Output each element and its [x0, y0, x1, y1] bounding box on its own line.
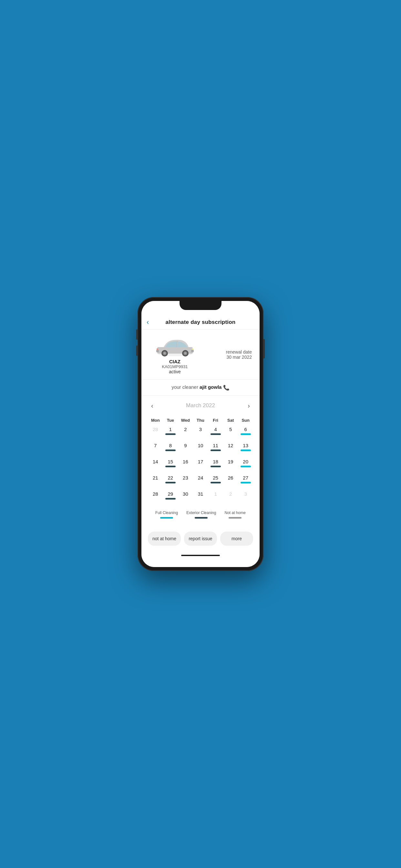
cal-day[interactable]: 18 — [208, 457, 223, 473]
calendar-grid: Mon Tue Wed Thu Fri Sat Sun 28 1 2 3 4 5… — [148, 416, 253, 505]
service-bar — [211, 482, 221, 484]
cal-day[interactable]: 12 — [223, 441, 238, 457]
service-bar — [241, 433, 251, 435]
cal-day[interactable]: 20 — [238, 457, 253, 473]
service-bar — [165, 450, 176, 451]
cal-day[interactable]: 19 — [223, 457, 238, 473]
car-image — [152, 335, 197, 358]
calendar-legend: Full Cleaning Exterior Cleaning Not at h… — [148, 505, 253, 521]
cleaner-prefix: your cleaner — [172, 384, 198, 390]
cal-day[interactable]: 22 — [163, 473, 178, 489]
legend-not-at-home: Not at home — [225, 510, 246, 519]
service-bar — [165, 482, 176, 484]
not-at-home-button[interactable]: not at home — [148, 531, 181, 546]
service-bar — [165, 466, 176, 467]
cleaner-name: ajit gowla — [199, 384, 221, 390]
legend-exterior-cleaning-bar — [195, 517, 208, 519]
home-bar — [181, 555, 220, 556]
page-title: alternate day subscription — [166, 319, 236, 326]
renewal-date: 30 mar 2022 — [201, 354, 252, 360]
cal-day[interactable]: 10 — [193, 441, 208, 457]
day-header-mon: Mon — [148, 416, 163, 425]
car-info: CIAZ KA01MP9931 active — [149, 335, 201, 374]
car-section: CIAZ KA01MP9931 active renewal date 30 m… — [142, 330, 259, 380]
home-indicator — [142, 551, 259, 560]
cal-day[interactable]: 30 — [178, 489, 193, 505]
report-issue-button[interactable]: report issue — [184, 531, 217, 546]
cal-day[interactable]: 27 — [238, 473, 253, 489]
cal-day[interactable]: 29 — [163, 489, 178, 505]
cal-day[interactable]: 28 — [148, 425, 163, 441]
cal-day[interactable]: 8 — [163, 441, 178, 457]
svg-rect-4 — [156, 350, 159, 352]
cal-day[interactable]: 2 — [223, 489, 238, 505]
cal-day[interactable]: 9 — [178, 441, 193, 457]
svg-rect-12 — [157, 348, 158, 350]
service-bar — [165, 498, 176, 500]
calendar-month: March 2022 — [186, 402, 215, 409]
day-header-sun: Sun — [238, 416, 253, 425]
cal-day[interactable]: 24 — [193, 473, 208, 489]
cal-day[interactable]: 16 — [178, 457, 193, 473]
service-bar — [165, 433, 176, 435]
service-bar — [211, 450, 221, 451]
cal-day[interactable]: 6 — [238, 425, 253, 441]
cal-day[interactable]: 5 — [223, 425, 238, 441]
service-bar — [241, 482, 251, 484]
legend-full-cleaning-label: Full Cleaning — [155, 510, 178, 515]
cal-day[interactable]: 11 — [208, 441, 223, 457]
day-header-fri: Fri — [208, 416, 223, 425]
day-header-thu: Thu — [193, 416, 208, 425]
legend-full-cleaning-bar — [160, 517, 173, 519]
svg-point-10 — [184, 352, 186, 354]
day-header-wed: Wed — [178, 416, 193, 425]
svg-point-7 — [164, 352, 166, 354]
cal-day[interactable]: 1 — [208, 489, 223, 505]
cal-day[interactable]: 28 — [148, 489, 163, 505]
app-header: ‹ alternate day subscription — [142, 315, 259, 330]
cal-next-button[interactable]: › — [244, 401, 253, 411]
service-bar — [211, 466, 221, 467]
car-name: CIAZ — [169, 359, 181, 364]
cal-day[interactable]: 7 — [148, 441, 163, 457]
cal-day[interactable]: 13 — [238, 441, 253, 457]
cal-day[interactable]: 14 — [148, 457, 163, 473]
cal-day[interactable]: 3 — [193, 425, 208, 441]
cleaner-section: your cleaner ajit gowla 📞 — [142, 380, 259, 396]
back-button[interactable]: ‹ — [147, 318, 149, 327]
renewal-info: renewal date 30 mar 2022 — [201, 349, 252, 360]
cal-day[interactable]: 26 — [223, 473, 238, 489]
svg-rect-11 — [192, 348, 193, 350]
legend-exterior-cleaning-label: Exterior Cleaning — [186, 510, 216, 515]
legend-not-at-home-bar — [228, 517, 242, 519]
renewal-label: renewal date — [201, 349, 252, 354]
car-plate: KA01MP9931 — [162, 364, 188, 369]
cal-day[interactable]: 1 — [163, 425, 178, 441]
cal-day[interactable]: 2 — [178, 425, 193, 441]
calendar-section: ‹ March 2022 › Mon Tue Wed Thu Fri Sat S… — [142, 396, 259, 526]
service-bar — [241, 450, 251, 451]
calendar-header: ‹ March 2022 › — [148, 401, 253, 411]
phone-icon[interactable]: 📞 — [223, 385, 229, 391]
cal-day[interactable]: 25 — [208, 473, 223, 489]
cal-day[interactable]: 31 — [193, 489, 208, 505]
cal-day[interactable]: 17 — [193, 457, 208, 473]
car-status: active — [169, 369, 181, 374]
more-button[interactable]: more — [220, 531, 253, 546]
day-header-tue: Tue — [163, 416, 178, 425]
legend-not-at-home-label: Not at home — [225, 510, 246, 515]
service-bar — [241, 466, 251, 467]
svg-rect-3 — [191, 350, 194, 352]
cal-day[interactable]: 3 — [238, 489, 253, 505]
action-buttons-row: not at home report issue more — [142, 526, 259, 551]
legend-exterior-cleaning: Exterior Cleaning — [186, 510, 216, 519]
legend-full-cleaning: Full Cleaning — [155, 510, 178, 519]
service-bar — [211, 433, 221, 435]
day-header-sat: Sat — [223, 416, 238, 425]
cal-day[interactable]: 4 — [208, 425, 223, 441]
cal-day[interactable]: 21 — [148, 473, 163, 489]
cal-day[interactable]: 23 — [178, 473, 193, 489]
cal-prev-button[interactable]: ‹ — [148, 401, 157, 411]
cal-day[interactable]: 15 — [163, 457, 178, 473]
